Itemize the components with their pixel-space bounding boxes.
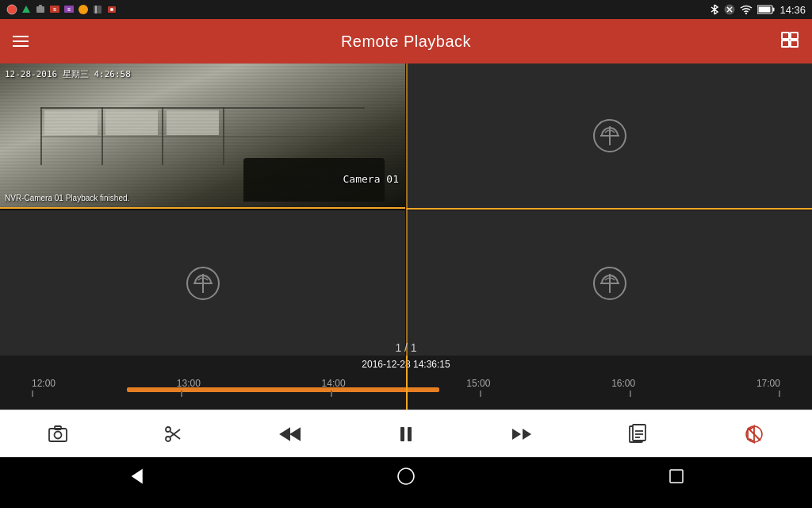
- svg-rect-21: [791, 33, 798, 39]
- wifi-icon: [740, 5, 753, 14]
- svg-marker-1: [22, 6, 30, 13]
- add-camera-icon-4: [591, 264, 629, 302]
- tick-1: [32, 391, 33, 397]
- svg-point-0: [7, 5, 17, 14]
- add-camera-icon-2: [591, 117, 629, 155]
- rewind-button[interactable]: [271, 415, 309, 453]
- svg-point-12: [110, 8, 113, 11]
- svg-rect-43: [408, 427, 412, 441]
- app-icon-4: S: [49, 4, 60, 15]
- camera-overlay: [0, 64, 405, 209]
- svg-point-36: [166, 437, 170, 441]
- video-grid: 12-28-2016 星期三 4:26:58 Camera 01 NVR-Cam…: [0, 64, 812, 356]
- app-icon-1: [6, 4, 17, 15]
- hamburger-line-2: [13, 40, 29, 42]
- svg-marker-41: [291, 429, 300, 440]
- svg-rect-20: [782, 33, 789, 39]
- svg-rect-33: [49, 429, 67, 441]
- app-icon-3: [35, 4, 46, 15]
- home-button[interactable]: [382, 460, 430, 492]
- mute-button[interactable]: [735, 415, 773, 453]
- battery-icon: [757, 5, 775, 14]
- video-cell-3[interactable]: [0, 210, 406, 356]
- tick-2: [181, 391, 182, 397]
- tick-3: [331, 391, 332, 397]
- svg-point-54: [398, 468, 414, 484]
- svg-rect-35: [55, 426, 61, 429]
- video-cell-4[interactable]: [406, 210, 812, 356]
- app-icon-5: S: [63, 4, 75, 15]
- svg-marker-40: [281, 429, 289, 440]
- camera-feed-1: [0, 64, 405, 209]
- status-bar-left: S S: [6, 4, 117, 15]
- tick-5: [630, 391, 631, 397]
- tick-6: [779, 391, 780, 397]
- camera-status: NVR-Camera 01 Playback finished.: [5, 194, 129, 202]
- fast-forward-button[interactable]: [503, 415, 541, 453]
- svg-text:S: S: [53, 7, 56, 12]
- svg-rect-42: [400, 427, 404, 441]
- app-icon-2: [21, 4, 32, 15]
- svg-rect-9: [94, 6, 102, 13]
- add-camera-icon-3: [184, 264, 222, 302]
- bottom-toolbar: [0, 410, 812, 457]
- svg-rect-55: [670, 470, 683, 483]
- svg-rect-23: [791, 40, 798, 47]
- svg-point-37: [166, 427, 170, 432]
- svg-marker-45: [523, 429, 531, 440]
- svg-point-34: [55, 431, 62, 438]
- status-bar: S S: [0, 0, 812, 19]
- timeline-label-1500: 15:00: [466, 378, 490, 389]
- app-icon-7: [92, 4, 103, 15]
- svg-rect-3: [39, 5, 42, 7]
- hamburger-line-3: [13, 45, 29, 47]
- bluetooth-icon: [710, 4, 719, 15]
- hamburger-menu-button[interactable]: [13, 36, 29, 47]
- svg-text:S: S: [67, 7, 71, 12]
- pause-button[interactable]: [387, 415, 425, 453]
- timeline-label-1200: 12:00: [32, 378, 56, 389]
- timeline-playhead: [406, 356, 408, 410]
- nav-bar: [0, 457, 812, 495]
- svg-marker-53: [132, 470, 142, 483]
- camera-label: Camera 01: [343, 173, 399, 185]
- svg-rect-22: [782, 40, 789, 47]
- app-icon-6: [78, 4, 89, 15]
- back-button[interactable]: [112, 460, 159, 492]
- timeline-container[interactable]: 2016-12-28 14:36:15 12:00 13:00 14:00 15…: [0, 356, 812, 410]
- files-button[interactable]: [619, 415, 657, 453]
- camera-timestamp: 12-28-2016 星期三 4:26:58: [5, 68, 131, 80]
- video-cell-1[interactable]: 12-28-2016 星期三 4:26:58 Camera 01 NVR-Cam…: [0, 64, 406, 210]
- timeline-label-1700: 17:00: [756, 378, 780, 389]
- app-icon-8: [106, 4, 117, 15]
- timeline-label-1400: 14:00: [322, 378, 346, 389]
- status-bar-right: 14:36: [710, 4, 806, 16]
- recent-apps-button[interactable]: [653, 460, 700, 492]
- app-bar-title: Remote Playback: [341, 33, 471, 51]
- cut-button[interactable]: [155, 415, 193, 453]
- svg-marker-44: [512, 429, 521, 440]
- timeline-label-1300: 13:00: [177, 378, 201, 389]
- svg-rect-19: [759, 7, 771, 13]
- status-time: 14:36: [779, 4, 806, 16]
- no-signal-icon: [724, 4, 735, 15]
- hamburger-line-1: [13, 36, 29, 37]
- tick-4: [480, 391, 481, 397]
- app-bar: Remote Playback: [0, 19, 812, 64]
- timeline-label-1600: 16:00: [611, 378, 635, 389]
- video-cell-2[interactable]: [406, 64, 812, 210]
- svg-point-16: [745, 13, 747, 14]
- svg-rect-47: [633, 425, 645, 441]
- svg-point-8: [79, 5, 88, 14]
- svg-rect-18: [773, 8, 775, 12]
- screenshot-button[interactable]: [39, 415, 77, 453]
- layout-button[interactable]: [780, 30, 799, 53]
- svg-rect-2: [36, 6, 44, 13]
